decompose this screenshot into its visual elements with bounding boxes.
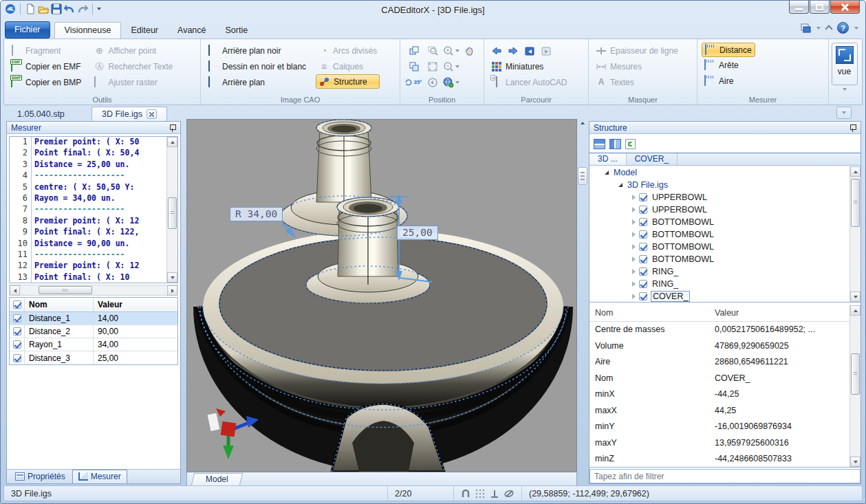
table-row[interactable]: Rayon_134,00 xyxy=(10,338,177,351)
3d-viewport[interactable]: R 34,00 25,00 xyxy=(186,119,577,472)
collapsed-icon[interactable] xyxy=(632,281,636,287)
tree-item[interactable]: BOTTOMBOWL xyxy=(589,216,860,228)
render-mode-dropdown-icon[interactable] xyxy=(455,81,459,84)
tree-checkbox[interactable] xyxy=(639,218,647,226)
forward-icon[interactable] xyxy=(508,45,519,56)
splitter-grip[interactable] xyxy=(578,167,587,185)
forward-page-icon[interactable] xyxy=(541,45,552,56)
rotate-35-icon[interactable]: 35° xyxy=(405,79,422,86)
return-icon[interactable] xyxy=(524,45,535,56)
zoom-out-dropdown-icon[interactable] xyxy=(455,65,459,68)
snap-icon[interactable] xyxy=(461,489,470,498)
row-checkbox[interactable] xyxy=(13,340,21,349)
zoom-out-icon[interactable] xyxy=(443,61,454,72)
tree-item[interactable]: COVER_ xyxy=(589,290,860,303)
property-row[interactable]: minY-16,0019069876934 xyxy=(589,419,860,435)
tree-checkbox[interactable] xyxy=(639,206,647,214)
scrollbar-thumb[interactable] xyxy=(851,179,860,227)
collapsed-icon[interactable] xyxy=(632,195,636,200)
scrollbar-thumb[interactable] xyxy=(168,197,177,229)
tree-item[interactable]: BOTTOMBOWL xyxy=(589,241,860,253)
measures-button[interactable]: Mesures xyxy=(593,58,693,74)
tree-item[interactable]: Model xyxy=(589,166,860,179)
help-icon[interactable]: ? xyxy=(837,22,849,34)
title-bar[interactable]: CADEditorX - [3D File.igs] xyxy=(1,1,865,20)
miniatures-button[interactable]: Miniatures xyxy=(488,58,584,74)
filter-input[interactable] xyxy=(589,469,860,483)
scroll-left-icon[interactable] xyxy=(10,285,20,296)
tree-item[interactable]: BOTTOMBOWL xyxy=(589,228,860,241)
property-row[interactable]: maxX44,25 xyxy=(589,402,860,419)
collapsed-icon[interactable] xyxy=(632,244,636,250)
area-button[interactable]: Aire xyxy=(702,73,824,89)
fit-raster-button[interactable]: Ajuster raster xyxy=(91,74,175,90)
property-row[interactable]: NomCOVER_ xyxy=(589,370,860,386)
structure-panel-header[interactable]: Structure xyxy=(589,122,860,134)
expanded-icon[interactable] xyxy=(605,171,609,175)
measure-panel-header[interactable]: Mesurer xyxy=(7,122,180,134)
collapsed-icon[interactable] xyxy=(632,232,636,237)
split-horizontal-icon[interactable] xyxy=(594,139,605,149)
tab-avance[interactable]: Avancé xyxy=(168,23,215,39)
rotate-view-icon[interactable] xyxy=(409,45,420,56)
tab-visionneuse[interactable]: Visionneuse xyxy=(54,22,122,39)
tree-checkbox[interactable] xyxy=(639,230,647,239)
tree-scrollbar[interactable] xyxy=(849,166,860,302)
window-style-dropdown-icon[interactable] xyxy=(816,27,821,30)
row-checkbox[interactable] xyxy=(13,314,21,322)
ortho-icon[interactable] xyxy=(490,489,499,498)
collapsed-icon[interactable] xyxy=(632,294,636,299)
vue-dropdown-icon[interactable] xyxy=(843,88,847,91)
properties-scrollbar[interactable] xyxy=(849,305,860,467)
tab-sortie[interactable]: Sortie xyxy=(215,23,257,39)
tree-item[interactable]: RING_ xyxy=(589,278,860,290)
tab-editeur[interactable]: Editeur xyxy=(121,23,168,39)
scroll-down-icon[interactable] xyxy=(167,272,177,283)
scroll-up-icon[interactable] xyxy=(850,166,860,177)
texts-button[interactable]: ATextes xyxy=(593,74,693,90)
tab-fichier[interactable]: Fichier xyxy=(5,21,50,39)
scrollbar-thumb[interactable] xyxy=(39,286,92,294)
doc-tab-stp[interactable]: 1.05.040.stp xyxy=(8,107,74,121)
bw-drawing-button[interactable]: Dessin en noir et blanc xyxy=(205,58,309,74)
select-all-checkbox[interactable] xyxy=(13,300,21,309)
tree-item[interactable]: UPPERBOWL xyxy=(589,191,860,204)
bring-front-icon[interactable] xyxy=(409,61,420,72)
zoom-in-icon[interactable] xyxy=(443,45,454,56)
property-row[interactable]: Centre de masses0,00521750616489952; ... xyxy=(589,322,860,338)
back-icon[interactable] xyxy=(491,45,502,56)
tree-item[interactable]: RING_ xyxy=(589,265,860,278)
row-checkbox[interactable] xyxy=(13,354,21,362)
property-row[interactable]: minZ-44,2486608507833 xyxy=(589,451,860,468)
row-checkbox[interactable] xyxy=(13,327,21,336)
line-weight-button[interactable]: Epaisseur de ligne xyxy=(593,43,693,58)
background-button[interactable]: Arrière plan xyxy=(205,74,309,90)
collapsed-icon[interactable] xyxy=(632,256,636,262)
pin-icon[interactable] xyxy=(169,124,176,132)
table-row[interactable]: Distance_114,00 xyxy=(10,312,177,325)
tree-item[interactable]: BOTTOMBOWL xyxy=(589,253,860,265)
divided-arcs-button[interactable]: ◔Arcs divisés xyxy=(316,43,380,58)
tab-proprietes[interactable]: Propriétés xyxy=(10,470,71,483)
copy-emf-button[interactable]: EMFCopier en EMF xyxy=(8,58,84,74)
table-row[interactable]: Distance_290,00 xyxy=(10,325,177,338)
property-row[interactable]: minX-44,25 xyxy=(589,386,860,403)
doc-tab-overflow-button[interactable] xyxy=(836,107,852,119)
zoom-window-icon[interactable] xyxy=(427,45,438,56)
refresh-icon[interactable] xyxy=(625,139,636,149)
fragment-button[interactable]: Fragment xyxy=(8,43,84,58)
log-vertical-scrollbar[interactable] xyxy=(166,137,177,283)
pan-icon[interactable] xyxy=(464,45,475,56)
model-layout-tab[interactable]: Model xyxy=(191,473,243,485)
minimize-ribbon-icon[interactable] xyxy=(825,25,832,32)
layers-button[interactable]: ≡Calques xyxy=(316,58,380,74)
structure-tab-cover[interactable]: COVER_ xyxy=(627,153,678,165)
launch-autocad-button[interactable]: aLancer AutoCAD xyxy=(488,74,584,90)
doc-tab-close-icon[interactable] xyxy=(147,109,157,119)
tree-checkbox[interactable] xyxy=(639,243,647,251)
find-text-button[interactable]: ⒶRechercher Texte xyxy=(91,58,175,74)
property-row[interactable]: Volume47869,9290659025 xyxy=(589,338,860,354)
property-row[interactable]: maxY13,9597925600316 xyxy=(589,435,860,451)
scroll-up-icon[interactable] xyxy=(850,305,860,316)
fit-view-icon[interactable] xyxy=(427,61,438,72)
